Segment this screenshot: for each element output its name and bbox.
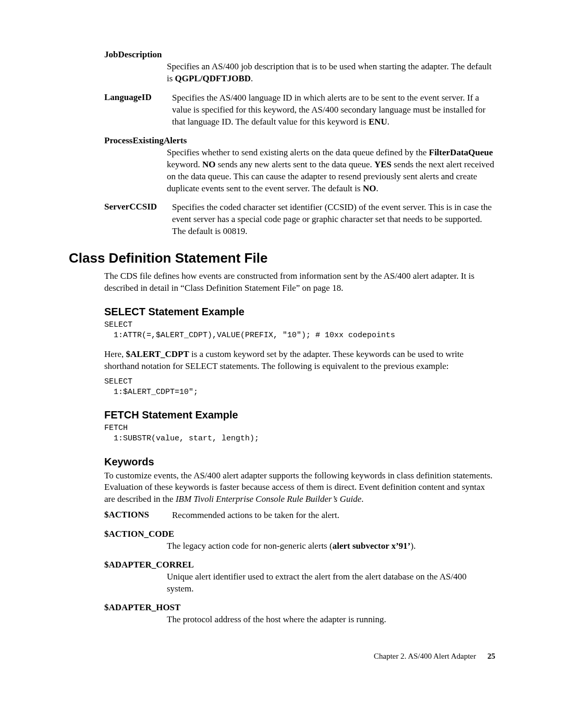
desc-processexistingalerts: Specifies whether to send existing alert… xyxy=(167,147,495,195)
def-languageid: LanguageID Specifies the AS/400 language… xyxy=(104,92,495,128)
heading-fetch-example: FETCH Statement Example xyxy=(104,409,495,421)
desc-actions: Recommended actions to be taken for the … xyxy=(172,510,495,522)
term-processexistingalerts: ProcessExistingAlerts xyxy=(104,135,495,146)
desc-serverccsid: Specifies the coded character set identi… xyxy=(172,202,495,238)
desc-action-code: The legacy action code for non-generic a… xyxy=(167,540,495,552)
intro-paragraph: The CDS file defines how events are cons… xyxy=(104,270,495,294)
definitions-keywords: $ACTIONS Recommended actions to be taken… xyxy=(104,510,495,626)
para-select: Here, $ALERT_CDPT is a custom keyword se… xyxy=(104,349,495,373)
term-serverccsid: ServerCCSID xyxy=(104,202,172,238)
def-adapter-correl: $ADAPTER_CORREL Unique alert identifier … xyxy=(104,560,495,595)
desc-jobdescription: Specifies an AS/400 job description that… xyxy=(167,61,495,85)
def-jobdescription: JobDescription Specifies an AS/400 job d… xyxy=(104,50,495,85)
term-adapter-correl: $ADAPTER_CORREL xyxy=(104,560,495,570)
term-actions: $ACTIONS xyxy=(104,510,172,522)
code-fetch: FETCH 1:SUBSTR(value, start, length); xyxy=(104,423,495,445)
def-serverccsid: ServerCCSID Specifies the coded characte… xyxy=(104,202,495,238)
definitions-top: JobDescription Specifies an AS/400 job d… xyxy=(104,50,495,238)
desc-languageid: Specifies the AS/400 language ID in whic… xyxy=(172,92,495,128)
desc-adapter-host: The protocol address of the host where t… xyxy=(167,614,495,626)
term-languageid: LanguageID xyxy=(104,92,172,128)
def-action-code: $ACTION_CODE The legacy action code for … xyxy=(104,529,495,552)
footer: Chapter 2. AS/400 Alert Adapter 25 xyxy=(104,652,495,661)
heading-select-example: SELECT Statement Example xyxy=(104,306,495,318)
def-actions: $ACTIONS Recommended actions to be taken… xyxy=(104,510,495,522)
para-keywords-intro: To customize events, the AS/400 alert ad… xyxy=(104,470,495,506)
code-select-1: SELECT 1:ATTR(=,$ALERT_CDPT),VALUE(PREFI… xyxy=(104,320,495,341)
page: JobDescription Specifies an AS/400 job d… xyxy=(0,0,563,692)
code-select-2: SELECT 1:$ALERT_CDPT=10"; xyxy=(104,377,495,398)
heading-keywords: Keywords xyxy=(104,456,495,468)
term-adapter-host: $ADAPTER_HOST xyxy=(104,602,495,613)
desc-adapter-correl: Unique alert identifier used to extract … xyxy=(167,571,495,595)
footer-page-number: 25 xyxy=(487,652,495,660)
def-processexistingalerts: ProcessExistingAlerts Specifies whether … xyxy=(104,135,495,195)
footer-chapter: Chapter 2. AS/400 Alert Adapter xyxy=(374,652,476,660)
term-action-code: $ACTION_CODE xyxy=(104,529,495,539)
term-jobdescription: JobDescription xyxy=(104,50,495,60)
def-adapter-host: $ADAPTER_HOST The protocol address of th… xyxy=(104,602,495,626)
heading-class-definition: Class Definition Statement File xyxy=(69,250,495,266)
